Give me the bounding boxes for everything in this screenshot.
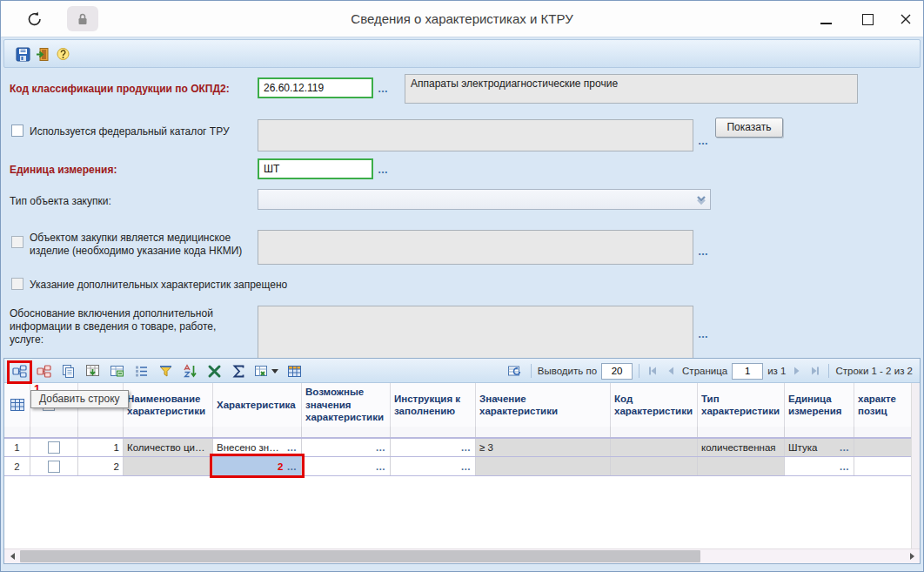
sort-button[interactable] — [180, 361, 199, 380]
okpd-input[interactable] — [258, 77, 373, 98]
col-value[interactable]: Значение характеристики — [476, 383, 611, 427]
medical-device-checkbox[interactable] — [11, 236, 23, 248]
copy-row-button[interactable] — [58, 361, 77, 380]
npp-cell: 2 — [78, 457, 124, 475]
subheader-cell — [4, 427, 30, 437]
rows-info: Строки 1 - 2 из 2 — [835, 366, 913, 376]
cell-ellipsis[interactable]: … — [840, 442, 851, 453]
table-row[interactable]: 2 2 2 … … … … — [4, 457, 911, 476]
show-button[interactable]: Показать — [715, 118, 783, 138]
unit-picker-ellipsis[interactable]: … — [378, 165, 389, 174]
justification-ellipsis[interactable]: … — [698, 330, 709, 339]
cell-ellipsis[interactable]: … — [287, 442, 298, 453]
add-row-tooltip: Добавить строку — [30, 390, 129, 408]
col-possible-values[interactable]: Возможные значения характеристики — [302, 383, 391, 427]
col-unit[interactable]: Единица измерения — [785, 383, 854, 427]
next-page-button[interactable] — [790, 364, 804, 378]
cell-ellipsis[interactable]: … — [461, 442, 472, 453]
separator — [531, 364, 532, 378]
maximize-button[interactable] — [857, 10, 878, 29]
cell-ellipsis[interactable]: … — [376, 442, 387, 453]
table-settings-icon — [254, 364, 269, 379]
name-cell[interactable] — [124, 457, 213, 475]
import-rows-button[interactable] — [83, 361, 102, 380]
possible-values-cell[interactable]: … — [302, 439, 391, 456]
medical-device-field — [258, 230, 693, 265]
save-button[interactable] — [13, 44, 32, 64]
col-instruction[interactable]: Инструкция к заполнению — [391, 383, 476, 427]
columns-button[interactable] — [285, 361, 304, 380]
scroll-right-button[interactable] — [905, 549, 919, 563]
excel-export-button[interactable] — [204, 361, 224, 380]
cell-ellipsis[interactable]: … — [461, 461, 472, 472]
col-name[interactable]: Наименование характеристики — [124, 383, 213, 427]
cell-ellipsis[interactable]: … — [287, 461, 298, 472]
row-checkbox[interactable] — [48, 441, 60, 454]
vertical-scrollbar[interactable] — [911, 383, 920, 548]
grid-refresh-button[interactable] — [506, 361, 525, 380]
col-characteristic[interactable]: Характеристика — [213, 383, 302, 427]
sum-button[interactable] — [229, 361, 248, 380]
chevron-down-icon — [695, 193, 707, 205]
name-cell[interactable]: Количество ци… — [124, 439, 213, 456]
justification-field — [258, 306, 693, 360]
possible-values-cell[interactable]: … — [302, 457, 391, 475]
add-row-button[interactable] — [10, 361, 29, 380]
fill-from-template-button[interactable] — [107, 361, 126, 380]
instruction-cell[interactable]: … — [391, 439, 476, 456]
subheader-cell — [302, 427, 391, 437]
close-icon — [900, 13, 912, 25]
numbering-button[interactable] — [131, 361, 151, 380]
table-row[interactable]: 1 1 Количество ци… Внесено зн… … … … ≥ 3… — [4, 438, 911, 457]
value-cell[interactable] — [476, 457, 611, 475]
row-checkbox[interactable] — [48, 461, 60, 473]
subheader-cell — [124, 427, 213, 437]
unit-cell[interactable]: Штука … — [785, 439, 854, 456]
help-icon — [56, 47, 70, 62]
last-page-icon — [810, 366, 820, 376]
per-page-input[interactable] — [601, 363, 633, 380]
okpd-picker-ellipsis[interactable]: … — [378, 84, 389, 93]
federal-catalog-checkbox[interactable] — [11, 124, 23, 137]
next-page-icon — [792, 366, 802, 376]
last-page-button[interactable] — [808, 364, 822, 378]
purchase-type-select[interactable] — [258, 189, 711, 210]
col-code[interactable]: Код характеристики — [611, 383, 698, 427]
exit-button[interactable] — [33, 44, 52, 64]
subheader-cell — [785, 427, 854, 437]
sigma-icon — [231, 364, 246, 379]
cell-ellipsis[interactable]: … — [376, 461, 387, 472]
col-type[interactable]: Тип характеристики — [698, 383, 785, 427]
cell-ellipsis[interactable]: … — [840, 461, 851, 472]
scroll-left-button[interactable] — [5, 549, 19, 563]
grid-corner-cell[interactable] — [4, 383, 30, 427]
close-button[interactable] — [895, 10, 916, 29]
medical-device-ellipsis[interactable]: … — [698, 247, 709, 256]
instruction-cell[interactable]: … — [391, 457, 476, 475]
federal-catalog-ellipsis[interactable]: … — [698, 137, 709, 145]
columns-icon — [287, 364, 302, 379]
unit-cell[interactable]: … — [785, 457, 854, 475]
grid-toolbar: Выводить по Страница из 1 — [4, 359, 920, 383]
sort-az-icon — [183, 364, 198, 379]
value-cell[interactable]: ≥ 3 — [476, 439, 611, 456]
grid-settings-button[interactable] — [253, 361, 279, 380]
first-page-icon — [647, 366, 658, 376]
prev-page-button[interactable] — [664, 364, 678, 378]
characteristic-cell-selected[interactable]: 2 … — [213, 457, 302, 475]
unit-input[interactable] — [258, 158, 373, 179]
first-page-button[interactable] — [646, 364, 660, 378]
col-extra[interactable]: характе позиц — [854, 383, 911, 427]
extra-forbidden-checkbox[interactable] — [11, 278, 23, 290]
scrollbar-thumb[interactable] — [20, 550, 700, 562]
page-input[interactable] — [732, 363, 763, 380]
delete-row-button[interactable] — [34, 361, 53, 380]
minimize-button[interactable] — [815, 10, 836, 29]
characteristic-cell[interactable]: Внесено зн… … — [213, 439, 302, 456]
horizontal-scrollbar[interactable] — [4, 548, 920, 563]
filter-button[interactable] — [156, 361, 175, 380]
help-button[interactable] — [53, 44, 72, 64]
type-cell: количественная — [698, 439, 785, 456]
type-cell — [698, 457, 785, 475]
purchase-type-value — [258, 193, 263, 205]
